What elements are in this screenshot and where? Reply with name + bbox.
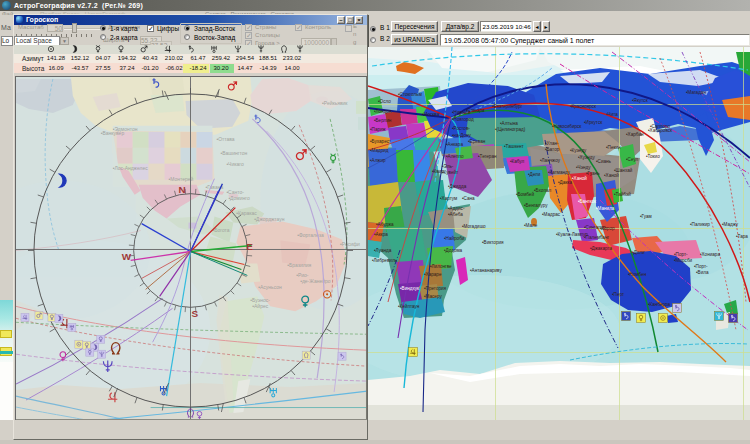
svg-text:•Корор: •Корор — [600, 226, 615, 231]
svg-text:•Маджу: •Маджу — [722, 222, 739, 227]
svg-text:E: E — [246, 241, 253, 252]
svg-text:•Кувейт: •Кувейт — [442, 169, 459, 175]
svg-text:•Екатеринбург: •Екатеринбург — [492, 104, 523, 109]
svg-text:•Хараре: •Хараре — [424, 272, 442, 277]
svg-text:•Виктория: •Виктория — [482, 240, 504, 245]
svg-text:•Красноярск: •Красноярск — [570, 104, 597, 109]
svg-text:•Кейптаун: •Кейптаун — [398, 303, 420, 309]
svg-text:•Номбен: •Номбен — [628, 272, 647, 277]
svg-text:•Новгород: •Новгород — [452, 117, 474, 122]
svg-text:•Новосибирск: •Новосибирск — [552, 124, 582, 129]
svg-text:•Анкара: •Анкара — [446, 142, 463, 147]
svg-text:•Виндхук: •Виндхук — [400, 286, 420, 291]
svg-text:•Токио: •Токио — [646, 154, 660, 159]
svg-text:•Морсби: •Морсби — [674, 258, 693, 263]
svg-text:•Улан-: •Улан- — [545, 141, 559, 146]
svg-text:•Могадишо: •Могадишо — [462, 224, 486, 229]
svg-text:•Бенгалуру: •Бенгалуру — [524, 203, 548, 208]
svg-text:•Паликир: •Паликир — [690, 222, 710, 227]
svg-text:•Батор: •Батор — [545, 147, 560, 152]
svg-text:•Ланчжоу: •Ланчжоу — [540, 158, 561, 163]
svg-text:•Хабаровск: •Хабаровск — [648, 128, 673, 133]
svg-text:•Ташкент: •Ташкент — [504, 144, 525, 149]
svg-text:•Тара: •Тара — [736, 234, 748, 239]
svg-text:•Канберра: •Канберра — [648, 302, 671, 307]
svg-text:•Мадрид: •Мадрид — [370, 148, 389, 153]
svg-text:•Иркутск: •Иркутск — [584, 120, 603, 125]
svg-text:•(Целиноград): •(Целиноград) — [495, 127, 526, 132]
svg-text:•Ереван: •Ереван — [468, 139, 486, 144]
svg-text:•Катманду: •Катманду — [548, 170, 571, 175]
svg-text:•Дели: •Дели — [528, 172, 541, 177]
svg-text:•Осло: •Осло — [378, 99, 391, 104]
svg-text:•Самара: •Самара — [466, 108, 485, 113]
svg-text:•Куала-Лампур: •Куала-Лампур — [556, 232, 588, 237]
svg-text:•Хартум: •Хартум — [440, 196, 457, 201]
svg-text:•Сиань: •Сиань — [596, 159, 612, 164]
svg-text:•Бухарест: •Бухарест — [370, 139, 392, 144]
svg-text:•Сеул: •Сеул — [626, 157, 639, 162]
svg-text:•Бхопал: •Бхопал — [534, 188, 551, 193]
svg-text:•Чэнду: •Чэнду — [576, 165, 591, 170]
svg-text:•Дакка: •Дакка — [558, 180, 572, 185]
svg-text:•Тегеран: •Тегеран — [478, 154, 497, 159]
svg-text:•Кабул: •Кабул — [510, 159, 525, 164]
svg-text:•Бомбей: •Бомбей — [516, 191, 534, 197]
svg-text:•Чита: •Чита — [606, 112, 618, 117]
svg-text:•Берлин: •Берлин — [374, 118, 392, 123]
svg-text:•Сана: •Сана — [462, 196, 475, 201]
svg-text:•Аккра: •Аккра — [374, 232, 388, 237]
svg-text:•Хониара: •Хониара — [700, 252, 720, 257]
svg-text:•Магадан: •Магадан — [686, 90, 706, 95]
svg-text:•Куэнду: •Куэнду — [570, 148, 587, 153]
svg-text:•Джакарта: •Джакарта — [590, 246, 613, 251]
svg-text:•Мадрас: •Мадрас — [542, 212, 561, 217]
svg-text:•Аддис-: •Аддис- — [448, 206, 465, 211]
svg-text:•Алжир: •Алжир — [370, 158, 386, 163]
svg-text:•Гуам: •Гуам — [640, 214, 652, 219]
svg-text:•Якутск: •Якутск — [632, 98, 649, 103]
svg-text:N: N — [179, 184, 186, 195]
svg-text:W: W — [122, 251, 132, 262]
svg-text:•Тайбэй: •Тайбэй — [614, 191, 631, 197]
svg-text:•Ханой: •Ханой — [604, 172, 619, 178]
svg-text:•Париж: •Париж — [370, 127, 387, 132]
svg-text:•Манила: •Манила — [596, 206, 615, 211]
svg-text:•Претория: •Претория — [424, 286, 447, 291]
svg-text:•Дили: •Дили — [632, 250, 645, 255]
svg-text:•Бангкок: •Бангкок — [578, 199, 597, 204]
svg-text:•Пекин: •Пекин — [606, 145, 621, 150]
svg-text:•Либревиль: •Либревиль — [372, 258, 398, 263]
svg-text:•Москва: •Москва — [422, 112, 440, 117]
svg-text:•Алеппо: •Алеппо — [446, 154, 464, 159]
svg-text:•Лондон: •Лондон — [374, 109, 392, 114]
svg-text:•Масеру: •Масеру — [424, 294, 442, 299]
svg-text:•Стокгольм: •Стокгольм — [398, 92, 422, 97]
svg-text:•Лилонгве: •Лилонгве — [430, 264, 452, 269]
svg-text:•Перт: •Перт — [612, 292, 625, 297]
svg-text:•Абеба: •Абеба — [448, 212, 463, 217]
svg-text:•Антананариву: •Антананариву — [470, 268, 502, 273]
svg-text:•Додома: •Додома — [444, 248, 463, 253]
svg-text:•Порт-: •Порт- — [694, 264, 708, 269]
svg-text:•Мале: •Мале — [524, 223, 538, 228]
svg-text:•Вила: •Вила — [696, 270, 709, 275]
svg-text:•Джидда: •Джидда — [448, 184, 467, 189]
svg-text:•на-Дону: •на-Дону — [452, 133, 471, 138]
svg-text:S: S — [192, 308, 199, 319]
svg-text:•Абуджа: •Абуджа — [376, 222, 394, 227]
svg-text:•Ростов-: •Ростов- — [452, 126, 470, 131]
svg-text:•Каир: •Каир — [432, 169, 444, 174]
svg-text:•Алтына: •Алтына — [500, 121, 518, 126]
svg-text:•Харбин: •Харбин — [626, 132, 644, 137]
svg-text:•Хуэнду: •Хуэнду — [578, 155, 595, 160]
svg-text:•Луанда: •Луанда — [374, 248, 392, 253]
svg-text:•Найроби: •Найроби — [444, 235, 465, 241]
svg-text:•Порт-: •Порт- — [674, 252, 688, 257]
svg-text:•Гуань: •Гуань — [586, 171, 600, 176]
